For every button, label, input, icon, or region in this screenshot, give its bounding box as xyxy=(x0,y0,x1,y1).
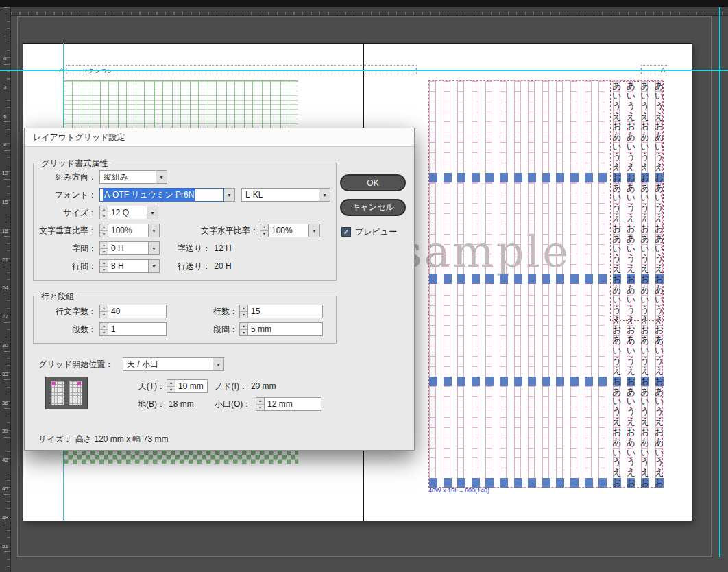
font-family-input[interactable]: A-OTF リュウミン Pr6N xyxy=(99,188,224,202)
page-thumbnail-left[interactable] xyxy=(51,381,64,405)
column-count-input[interactable] xyxy=(108,322,167,336)
font-style-select[interactable]: L-KL ▾ xyxy=(241,188,330,202)
stepper-down-icon[interactable]: ▾ xyxy=(100,231,108,237)
ruler-number: 18 xyxy=(0,228,10,234)
char-spacing-stepper[interactable]: ▴ ▾ xyxy=(99,241,108,255)
stepper-up-icon[interactable]: ▴ xyxy=(100,242,108,249)
grid-sample-character: う xyxy=(638,305,652,315)
grid-sample-character: う xyxy=(610,457,624,468)
stepper-up-icon[interactable]: ▴ xyxy=(100,260,108,267)
grid-sample-character: お xyxy=(653,478,666,488)
stepper-up-icon[interactable]: ▴ xyxy=(167,380,175,387)
stepper-up-icon[interactable]: ▴ xyxy=(240,323,247,330)
stepper-down-icon[interactable]: ▾ xyxy=(167,387,175,393)
stepper-down-icon[interactable]: ▾ xyxy=(240,312,247,318)
chevron-down-icon: ▾ xyxy=(156,171,167,183)
ruler-number: 3 xyxy=(0,84,10,91)
grid-sample-character: お xyxy=(638,478,652,488)
size-input[interactable] xyxy=(108,206,147,219)
grid-sample-character: お xyxy=(638,121,652,132)
grid-sample-character: お xyxy=(653,325,666,335)
direction-select[interactable]: 縦組み ▾ xyxy=(99,170,167,184)
grid-sample-character: い xyxy=(653,295,666,305)
grid-attributes-group: グリッド書式属性 組み方向： 縦組み ▾ フォント： A-OTF リュウミン P… xyxy=(33,163,337,281)
preview-checkbox[interactable]: ✓ xyxy=(341,227,351,237)
horizontal-scale-combo: ▴ ▾ ▾ xyxy=(260,224,320,237)
grid-sample-character: え xyxy=(653,366,666,377)
margin-outside-stepper[interactable]: ▴ ▾ xyxy=(256,397,264,411)
stepper-down-icon[interactable]: ▾ xyxy=(260,231,268,237)
grid-sample-character: い xyxy=(638,142,652,152)
stepper-down-icon[interactable]: ▾ xyxy=(100,330,108,336)
vertical-ruler[interactable]: 03691215182124273033363942454851 xyxy=(0,7,11,572)
grid-marker-cell xyxy=(570,274,579,284)
stepper-up-icon[interactable]: ▴ xyxy=(100,305,108,312)
grid-sample-character: い xyxy=(653,448,666,458)
column-count-stepper[interactable]: ▴ ▾ xyxy=(99,322,108,336)
grid-start-thumbnails xyxy=(45,377,88,409)
grid-sample-character: い xyxy=(638,346,652,356)
ruler-number: 33 xyxy=(0,371,10,377)
stepper-down-icon[interactable]: ▾ xyxy=(100,267,108,273)
horizontal-scale-input[interactable] xyxy=(268,224,309,237)
vertical-scale-stepper[interactable]: ▴ ▾ xyxy=(99,224,108,237)
gutter-input[interactable] xyxy=(247,322,323,336)
font-family-value: A-OTF リュウミン Pr6N xyxy=(103,189,195,202)
column-count-label: 段数： xyxy=(34,322,97,336)
stepper-up-icon[interactable]: ▴ xyxy=(240,305,247,312)
horizontal-scale-stepper[interactable]: ▴ ▾ xyxy=(260,224,268,237)
chars-per-line-input[interactable] xyxy=(108,305,167,318)
grid-sample-character: え xyxy=(624,468,638,478)
check-icon: ✓ xyxy=(343,228,349,236)
grid-sample-character: あ xyxy=(610,335,624,346)
grid-sample-character: い xyxy=(624,91,638,102)
grid-sample-character: あ xyxy=(610,132,624,142)
line-count-stepper[interactable]: ▴ ▾ xyxy=(239,305,247,318)
stepper-down-icon[interactable]: ▾ xyxy=(256,405,264,411)
vertical-scale-input[interactable] xyxy=(108,224,149,237)
grid-sample-character: い xyxy=(624,396,638,407)
stepper-up-icon[interactable]: ▴ xyxy=(260,224,268,231)
char-spacing-dropdown-button[interactable]: ▾ xyxy=(149,241,160,255)
horizontal-ruler[interactable] xyxy=(11,7,728,16)
horizontal-scale-dropdown-button[interactable]: ▾ xyxy=(309,224,320,237)
stepper-up-icon[interactable]: ▴ xyxy=(100,206,108,213)
margin-top-input[interactable] xyxy=(175,379,208,393)
horizontal-guide[interactable] xyxy=(0,70,728,71)
size-dropdown-button[interactable]: ▾ xyxy=(147,206,158,219)
horizontal-scale-label: 文字水平比率： xyxy=(157,224,258,237)
stepper-down-icon[interactable]: ▾ xyxy=(100,213,108,219)
stepper-down-icon[interactable]: ▾ xyxy=(100,249,108,255)
grid-sample-character: う xyxy=(638,152,652,163)
grid-sample-character: い xyxy=(624,448,638,458)
grid-sample-character: あ xyxy=(624,234,638,244)
margin-outside-input[interactable] xyxy=(264,397,321,411)
grid-sample-character: う xyxy=(624,356,638,366)
line-spacing-dropdown-button[interactable]: ▾ xyxy=(149,259,160,273)
stepper-up-icon[interactable]: ▴ xyxy=(100,323,108,330)
font-dropdown-button[interactable]: ▾ xyxy=(224,188,235,202)
line-count-input[interactable] xyxy=(247,305,323,318)
grid-sample-character: え xyxy=(624,264,638,274)
chars-per-line-stepper[interactable]: ▴ ▾ xyxy=(99,305,108,318)
grid-start-select[interactable]: 天 / 小口 ▾ xyxy=(123,357,224,371)
char-spacing-input[interactable] xyxy=(108,241,149,255)
dialog-titlebar[interactable]: レイアウトグリッド設定 xyxy=(25,128,414,147)
line-spacing-input[interactable] xyxy=(108,259,149,273)
cancel-button[interactable]: キャンセル xyxy=(340,199,406,216)
size-result-value: 高さ 120 mm x 幅 73 mm xyxy=(75,434,169,444)
stepper-up-icon[interactable]: ▴ xyxy=(256,398,264,405)
gutter-stepper[interactable]: ▴ ▾ xyxy=(239,322,247,336)
stepper-down-icon[interactable]: ▾ xyxy=(100,312,108,318)
grid-marker-cell xyxy=(457,274,465,284)
page-thumbnail-right[interactable] xyxy=(69,381,82,405)
grid-marker-cell xyxy=(444,173,452,182)
grid-marker-cell xyxy=(472,377,480,386)
margin-top-stepper[interactable]: ▴ ▾ xyxy=(167,379,175,393)
ok-button[interactable]: OK xyxy=(340,174,406,191)
vertical-guide-right[interactable] xyxy=(719,0,720,557)
stepper-down-icon[interactable]: ▾ xyxy=(240,330,247,336)
line-spacing-stepper[interactable]: ▴ ▾ xyxy=(99,259,108,273)
stepper-up-icon[interactable]: ▴ xyxy=(100,224,108,231)
size-stepper[interactable]: ▴ ▾ xyxy=(99,206,108,219)
